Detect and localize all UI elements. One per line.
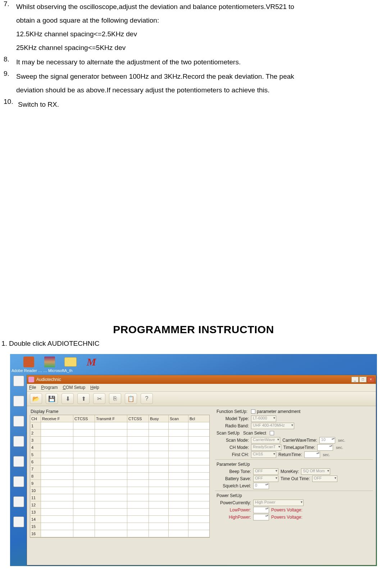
- desktop-icon[interactable]: [12, 456, 25, 472]
- model-type-label: Model Type:: [220, 416, 249, 421]
- high-power-spin[interactable]: [253, 514, 269, 520]
- table-row[interactable]: 3: [30, 437, 209, 444]
- col-scan: Scan: [169, 415, 188, 422]
- power-currently-dropdown[interactable]: High Power: [253, 500, 304, 506]
- radio-band-dropdown[interactable]: UHF 400-470MHz: [251, 423, 294, 429]
- battery-save-dropdown[interactable]: OFF: [253, 476, 278, 482]
- table-row[interactable]: 12: [30, 501, 209, 509]
- beep-tone-label: Beep Tone:: [220, 469, 251, 474]
- read-icon[interactable]: ⬇: [62, 393, 74, 404]
- desktop-icon[interactable]: [12, 416, 25, 432]
- scan-setup-label: Scan SetUp: [217, 431, 240, 436]
- radio-band-label: Radio Band:: [220, 423, 249, 428]
- table-row[interactable]: 15: [30, 523, 209, 530]
- table-row[interactable]: 1: [30, 422, 209, 429]
- table-row[interactable]: 10: [30, 487, 209, 494]
- scan-select-checkbox[interactable]: [270, 431, 274, 435]
- model-type-dropdown[interactable]: LT-6000: [251, 415, 276, 422]
- application-screenshot: M Adobe Reader … … MicrosoftA_th Audiote…: [10, 354, 377, 566]
- desktop-icon[interactable]: [12, 396, 25, 412]
- desktop-icon[interactable]: [12, 476, 25, 492]
- list9-line1: Sweep the signal generator between 100Hz…: [16, 70, 376, 83]
- channel-table[interactable]: CH Receive F CTCSS Transmit F CTCSS Busy…: [30, 415, 210, 538]
- table-row[interactable]: 2: [30, 429, 209, 437]
- list-num-10: 10.: [4, 98, 18, 111]
- col-transmit-f: Transmit F: [95, 415, 127, 422]
- open-icon[interactable]: 📂: [30, 393, 42, 404]
- maximize-button[interactable]: □: [359, 377, 366, 382]
- col-ctcss1: CTCSS: [73, 415, 95, 422]
- menu-com-setup[interactable]: COM Setup: [63, 385, 85, 390]
- list7-line3: 12.5KHz channel spacing<=2.5KHz dev: [16, 27, 376, 41]
- copy-icon[interactable]: ⎘: [109, 393, 121, 404]
- carrier-wave-time-spin[interactable]: 10: [319, 437, 335, 444]
- time-lapse-spin[interactable]: [317, 444, 333, 451]
- return-time-label: ReturnTime:: [278, 452, 302, 457]
- first-ch-label: First CH:: [220, 452, 249, 457]
- desktop-icon[interactable]: [12, 516, 25, 532]
- high-power-label: HighPower:: [220, 515, 251, 520]
- carrier-wave-time-label: CarrierWaveTime:: [282, 438, 317, 443]
- write-icon[interactable]: ⬆: [77, 393, 90, 404]
- table-row[interactable]: 11: [30, 494, 209, 501]
- tot-label: Time Out Time:: [281, 476, 310, 481]
- list7-line4: 25KHz channel spacing<=5KHz dev: [16, 41, 376, 55]
- menu-program[interactable]: Program: [41, 385, 58, 390]
- beep-tone-dropdown[interactable]: OFF: [253, 468, 278, 475]
- desktop-icon[interactable]: [12, 496, 25, 512]
- save-icon[interactable]: 💾: [46, 393, 58, 404]
- menu-help[interactable]: Help: [90, 385, 99, 390]
- table-row[interactable]: 6: [30, 458, 209, 465]
- col-receive-f: Receive F: [41, 415, 73, 422]
- desktop-icon[interactable]: [12, 436, 25, 452]
- low-power-label: LowPower:: [220, 507, 251, 513]
- toolbar: 📂 💾 ⬇ ⬆ ✂ ⎘ 📋 ?: [27, 392, 376, 406]
- list-item-7: 7. Whilst observing the oscilloscope,adj…: [4, 0, 376, 55]
- minimize-button[interactable]: _: [351, 377, 359, 382]
- time-lapse-label: TimeLapseTime:: [283, 445, 315, 450]
- sec-suffix-3: sec.: [323, 453, 330, 457]
- section-heading: PROGRAMMER INSTRUCTION: [0, 323, 387, 336]
- cut-icon[interactable]: ✂: [93, 393, 105, 404]
- list10-text: Switch to RX.: [18, 98, 376, 111]
- list-item-8: 8. It may be necessary to alternate the …: [4, 55, 376, 69]
- more-key-label: MoreKey:: [281, 469, 299, 474]
- ch-mode-dropdown[interactable]: ReadyScanT: [251, 444, 281, 451]
- paste-icon[interactable]: 📋: [125, 393, 137, 404]
- table-row[interactable]: 4: [30, 444, 209, 451]
- tot-dropdown[interactable]: OFF: [312, 476, 337, 482]
- folder-icon[interactable]: [64, 355, 77, 368]
- parameter-amendment-checkbox[interactable]: parameter amendment: [251, 409, 300, 414]
- scan-select-label: Scan Select: [243, 431, 266, 436]
- list-num-7: 7.: [4, 0, 16, 55]
- audiotechnic-window: Audiotechnic _ □ × File Program COM Setu…: [27, 375, 376, 565]
- table-row[interactable]: 8: [30, 473, 209, 480]
- m-app-icon[interactable]: M: [85, 355, 98, 368]
- first-ch-dropdown[interactable]: CH16: [251, 451, 276, 458]
- more-key-dropdown[interactable]: SQ Off Mom: [301, 468, 330, 475]
- scan-mode-dropdown[interactable]: CarrierWave: [251, 437, 280, 444]
- ch-mode-label: CH Mode:: [220, 445, 249, 450]
- list-item-10: 10. Switch to RX.: [4, 98, 376, 111]
- return-time-spin[interactable]: [304, 451, 320, 458]
- sec-suffix-2: sec.: [336, 445, 343, 450]
- close-button[interactable]: ×: [367, 377, 374, 382]
- list-num-9: 9.: [4, 70, 16, 97]
- table-row[interactable]: 16: [30, 530, 209, 537]
- list-item-9: 9. Sweep the signal generator between 10…: [4, 70, 376, 97]
- desktop-shortcut-row: M: [22, 354, 98, 368]
- table-row[interactable]: 5: [30, 451, 209, 458]
- table-row[interactable]: 9: [30, 480, 209, 487]
- step-1-text: 1. Double click AUDIOTECHNIC: [0, 339, 387, 353]
- desktop-icon[interactable]: [12, 376, 25, 391]
- table-row[interactable]: 14: [30, 516, 209, 523]
- squelch-level-spin[interactable]: 0: [253, 483, 269, 489]
- menu-bar: File Program COM Setup Help: [27, 384, 376, 392]
- window-titlebar[interactable]: Audiotechnic _ □ ×: [27, 375, 376, 384]
- winrar-icon[interactable]: [43, 355, 56, 368]
- low-power-spin[interactable]: [253, 507, 269, 513]
- help-icon[interactable]: ?: [141, 393, 153, 404]
- table-row[interactable]: 13: [30, 509, 209, 516]
- table-row[interactable]: 7: [30, 465, 209, 473]
- menu-file[interactable]: File: [29, 385, 36, 390]
